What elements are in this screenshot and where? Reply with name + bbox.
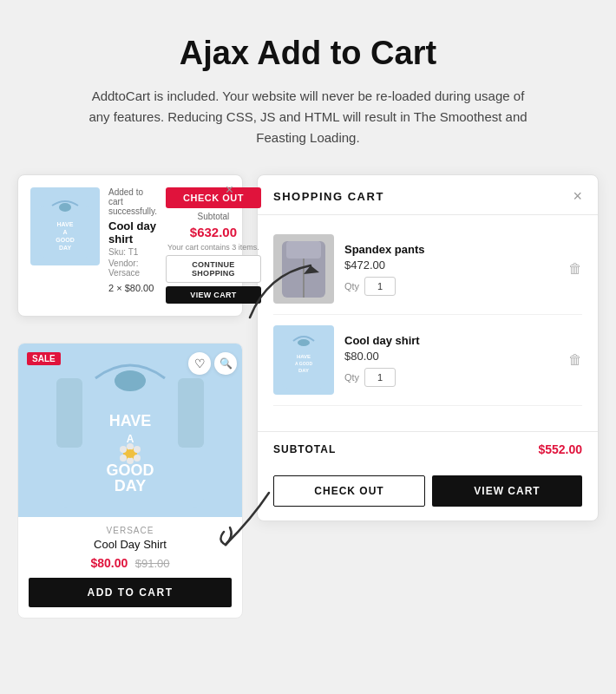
page-title: Ajax Add to Cart <box>180 35 436 72</box>
svg-point-18 <box>120 446 127 453</box>
cart-item-price: $80.00 <box>344 350 558 363</box>
cart-panel-header: SHOPPING CART × <box>258 175 598 215</box>
svg-point-27 <box>298 339 310 346</box>
svg-text:A: A <box>127 433 134 445</box>
svg-text:HAVE: HAVE <box>297 354 311 359</box>
wishlist-icon[interactable]: ♡ <box>188 352 211 375</box>
left-demo: HAVE A GOOD DAY Added to cart successful… <box>17 174 243 619</box>
cart-qty-input[interactable]: 1 <box>364 368 396 387</box>
cart-subtotal-row: SUBTOTAL $552.00 <box>258 431 598 467</box>
mini-popup-product-name: Cool day shirt <box>108 219 157 246</box>
svg-text:DAY: DAY <box>115 477 146 494</box>
svg-text:DAY: DAY <box>59 245 71 251</box>
cart-item-price: $472.00 <box>344 259 558 272</box>
cart-item-delete-icon[interactable]: 🗑 <box>568 352 582 368</box>
cart-item-image-hoodie: HAVE A GOOD DAY <box>273 325 334 395</box>
cart-items-list: Spandex pants $472.00 Qty 1 🗑 HAV <box>258 215 598 431</box>
cart-item-delete-icon[interactable]: 🗑 <box>568 261 582 277</box>
cart-item-qty-row: Qty 1 <box>344 368 558 387</box>
product-name: Cool Day Shirt <box>29 538 232 551</box>
product-price-old: $91.00 <box>135 557 170 570</box>
svg-point-14 <box>134 446 141 453</box>
svg-point-1 <box>59 203 71 212</box>
svg-rect-9 <box>178 378 204 448</box>
cart-panel-title: SHOPPING CART <box>273 190 384 203</box>
mini-popup-view-cart-button[interactable]: VIEW CART <box>166 286 261 304</box>
svg-point-13 <box>127 443 134 450</box>
cart-item-name: Spandex pants <box>344 243 558 256</box>
svg-point-7 <box>115 370 146 391</box>
svg-text:GOOD: GOOD <box>56 237 74 243</box>
svg-point-17 <box>120 455 127 462</box>
cart-qty-input[interactable]: 1 <box>364 277 396 296</box>
mini-hoodie-svg: HAVE A GOOD DAY <box>35 190 95 264</box>
mini-popup-info: Added to cart successfully. Cool day shi… <box>108 187 157 300</box>
svg-text:HAVE: HAVE <box>57 221 74 227</box>
search-icon[interactable]: 🔍 <box>214 352 237 375</box>
svg-text:A GOOD: A GOOD <box>295 361 312 366</box>
product-pricing: $80.00 $91.00 <box>29 555 232 571</box>
cart-subtotal-label: SUBTOTAL <box>273 443 336 455</box>
mini-popup-added-text: Added to cart successfully. <box>108 187 157 216</box>
mini-popup-actions: CHECK OUT Subtotal $632.00 Your cart con… <box>166 187 261 304</box>
svg-text:DAY: DAY <box>298 368 309 373</box>
shopping-cart-panel: SHOPPING CART × Spandex pants $472.00 <box>257 174 599 521</box>
cart-item: Spandex pants $472.00 Qty 1 🗑 <box>273 224 582 315</box>
cart-qty-label: Qty <box>344 372 359 383</box>
cart-panel-close-button[interactable]: × <box>573 187 582 206</box>
svg-text:GOOD: GOOD <box>106 462 154 479</box>
cart-checkout-button[interactable]: CHECK OUT <box>273 475 425 507</box>
product-info: VERSACE Cool Day Shirt $80.00 $91.00 ADD… <box>18 517 242 618</box>
cart-item-name: Cool day shirt <box>344 334 558 347</box>
svg-text:HAVE: HAVE <box>109 412 152 429</box>
cart-item-details: Cool day shirt $80.00 Qty 1 <box>344 334 558 387</box>
product-vendor: VERSACE <box>29 526 232 535</box>
product-card: SALE ♡ 🔍 HAVE A <box>17 343 243 619</box>
mini-popup-checkout-button[interactable]: CHECK OUT <box>166 187 261 208</box>
mini-popup-subtotal-amount: $632.00 <box>166 225 261 239</box>
cart-item-details: Spandex pants $472.00 Qty 1 <box>344 243 558 296</box>
continue-shopping-button[interactable]: CONTINUE SHOPPING <box>166 255 261 283</box>
add-to-cart-button[interactable]: ADD TO CART <box>29 578 232 607</box>
mini-popup-subtotal-label: Subtotal <box>166 212 261 221</box>
mini-popup-close-button[interactable]: × <box>226 182 233 198</box>
cart-item: HAVE A GOOD DAY Cool day shirt $80.00 Qt… <box>273 315 582 406</box>
cart-action-buttons: CHECK OUT VIEW CART <box>258 467 598 520</box>
svg-point-15 <box>134 455 141 462</box>
mini-popup-sku: Sku: T1 <box>108 247 157 257</box>
sale-badge: SALE <box>27 352 61 365</box>
mini-popup-qty: 2 × $80.00 <box>108 283 157 293</box>
cart-qty-label: Qty <box>344 281 359 291</box>
cart-item-image-pants <box>273 234 334 304</box>
svg-rect-8 <box>56 378 82 448</box>
cart-subtotal-amount: $552.00 <box>538 442 582 456</box>
mini-popup-cart-count: Your cart contains 3 items. <box>166 243 261 252</box>
demo-area: HAVE A GOOD DAY Added to cart successful… <box>17 174 599 619</box>
mini-popup-vendor: Vendor: Versace <box>108 259 157 278</box>
svg-text:A: A <box>62 229 67 235</box>
cart-view-cart-button[interactable]: VIEW CART <box>432 475 582 507</box>
cart-item-qty-row: Qty 1 <box>344 277 558 296</box>
mini-cart-popup: HAVE A GOOD DAY Added to cart successful… <box>17 174 243 317</box>
mini-popup-product-image: HAVE A GOOD DAY <box>30 187 100 265</box>
product-price-new: $80.00 <box>90 556 128 570</box>
page-description: AddtoCart is included. Your website will… <box>82 86 534 148</box>
svg-rect-25 <box>286 241 321 259</box>
svg-point-19 <box>126 449 134 458</box>
